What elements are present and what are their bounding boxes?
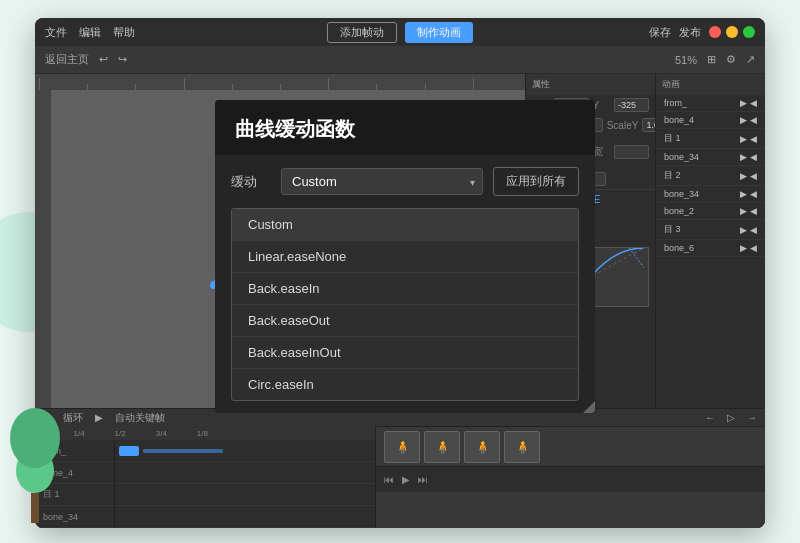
width-label: 宽 [593,145,611,159]
y-label: Y [593,100,611,111]
dropdown-item-circ-easein[interactable]: Circ.easeIn [232,369,578,400]
ruler-marks [39,74,521,90]
undo-icon[interactable]: ↩ [99,53,108,66]
frame-prev-btn[interactable]: ← [705,412,715,423]
play-btn[interactable]: ▶ [95,412,103,423]
menu-help[interactable]: 帮助 [113,25,135,40]
list-item-eye1[interactable]: 目 1 ▶ ◀ [656,129,765,149]
menu-file[interactable]: 文件 [45,25,67,40]
settings-icon[interactable]: ⚙ [726,53,736,66]
easing-select-row: 缓动 Custom Linear.easeNone Back.easeIn Ba… [231,167,579,196]
keyframe[interactable] [119,446,139,456]
ruler-mark [184,78,232,90]
window-controls [709,26,755,38]
dropdown-item-back-easeinout[interactable]: Back.easeInOut [232,337,578,369]
list-item-controls: ▶ ◀ [740,206,757,216]
properties-header: 属性 [526,74,655,95]
window-min-btn[interactable] [726,26,738,38]
title-right: 保存 发布 [649,25,755,40]
track-frame-row [115,462,375,484]
window-max-btn[interactable] [743,26,755,38]
fit-btn[interactable]: ⊞ [707,53,716,66]
timeline-tracks: from_ bone_4 目 1 bone_34 [35,440,375,528]
thumbnail-1[interactable]: 🧍 [384,431,420,463]
redo-icon[interactable]: ↪ [118,53,127,66]
ruler-left [35,90,51,408]
thumbnail-3[interactable]: 🧍 [464,431,500,463]
dropdown-item-custom[interactable]: Custom [232,209,578,241]
edit-animation-btn[interactable]: 制作动画 [405,22,473,43]
frame-next-btn[interactable]: → [747,412,757,423]
track-frames[interactable] [115,440,375,528]
playback-forward-icon[interactable]: ⏭ [418,474,428,485]
list-panel: 动画 from_ ▶ ◀ bone_4 ▶ ◀ 目 1 ▶ ◀ bone_34 … [655,74,765,408]
easing-dialog: 曲线缓动函数 缓动 Custom Linear.easeNone Back.ea… [215,100,595,413]
list-item-label: bone_4 [664,115,694,125]
list-item-eye3[interactable]: 目 3 ▶ ◀ [656,220,765,240]
list-item-from[interactable]: from_ ▶ ◀ [656,95,765,112]
list-item-label: 目 3 [664,223,681,236]
track-frame-row [115,484,375,506]
dropdown-item-back-easeout[interactable]: Back.easeOut [232,305,578,337]
list-item-controls: ▶ ◀ [740,98,757,108]
thumbnail-area: 🧍 🧍 🧍 🧍 ⏮ ▶ ⏭ [375,426,765,528]
easing-dialog-overlay: 曲线缓动函数 缓动 Custom Linear.easeNone Back.ea… [215,100,595,413]
timeline-ruler: 0 1/4 1/2 3/4 1/8 from_ bone_4 目 1 bone_… [35,426,375,528]
list-item-controls: ▶ ◀ [740,171,757,181]
add-animation-btn[interactable]: 添加帧动 [327,22,397,43]
list-item-label: from_ [664,98,687,108]
easing-dialog-header: 曲线缓动函数 [215,100,595,155]
easing-dialog-body: 缓动 Custom Linear.easeNone Back.easeIn Ba… [215,155,595,413]
ruler-mark [473,78,521,90]
ruler-top [35,74,525,90]
apply-all-btn[interactable]: 应用到所有 [493,167,579,196]
toolbar: 返回主页 ↩ ↪ 51% ⊞ ⚙ ↗ [35,46,765,74]
thumb-icon: 🧍 [514,439,531,455]
playback-play-icon[interactable]: ▶ [402,474,410,485]
list-item-eye2[interactable]: 目 2 ▶ ◀ [656,166,765,186]
list-item-controls: ▶ ◀ [740,189,757,199]
publish-btn[interactable]: 发布 [679,25,701,40]
list-item-controls: ▶ ◀ [740,115,757,125]
export-btn[interactable]: ↗ [746,53,755,66]
list-item-bone34b[interactable]: bone_34 ▶ ◀ [656,186,765,203]
auto-keyframe-btn[interactable]: 自动关键帧 [115,411,165,425]
thumbnail-4[interactable]: 🧍 [504,431,540,463]
title-center-buttons: 添加帧动 制作动画 [327,22,473,43]
thumb-icon: 🧍 [434,439,451,455]
back-btn[interactable]: 返回主页 [45,52,89,67]
thumbnail-2[interactable]: 🧍 [424,431,460,463]
easing-select[interactable]: Custom Linear.easeNone Back.easeIn Back.… [281,168,483,195]
easing-label: 缓动 [231,173,271,191]
list-item-bone2[interactable]: bone_2 ▶ ◀ [656,203,765,220]
menu-edit[interactable]: 编辑 [79,25,101,40]
list-item-bone6[interactable]: bone_6 ▶ ◀ [656,240,765,257]
list-item-label: bone_34 [664,189,699,199]
dropdown-item-back-easein[interactable]: Back.easeIn [232,273,578,305]
thumb-icon: 🧍 [394,439,411,455]
timeline-content: 0 1/4 1/2 3/4 1/8 from_ bone_4 目 1 bone_… [35,426,765,528]
list-item-label: bone_6 [664,243,694,253]
list-item-bone4[interactable]: bone_4 ▶ ◀ [656,112,765,129]
list-item-label: 目 2 [664,169,681,182]
save-btn[interactable]: 保存 [649,25,671,40]
list-item-controls: ▶ ◀ [740,225,757,235]
list-item-controls: ▶ ◀ [740,152,757,162]
width-input[interactable] [614,145,649,159]
loop-btn[interactable]: 循环 [63,411,83,425]
zoom-display: 51% [675,54,697,66]
window-close-btn[interactable] [709,26,721,38]
list-panel-header: 动画 [656,74,765,95]
frame-play-btn[interactable]: ▷ [727,412,735,423]
thumbnail-strip: 🧍 🧍 🧍 🧍 [376,426,765,466]
playback-back-icon[interactable]: ⏮ [384,474,394,485]
list-item-controls: ▶ ◀ [740,134,757,144]
dropdown-item-linear[interactable]: Linear.easeNone [232,241,578,273]
resize-handle[interactable] [583,401,595,413]
ruler-mark [39,78,87,90]
thumb-icon: 🧍 [474,439,491,455]
list-item-controls: ▶ ◀ [740,243,757,253]
y-input[interactable] [614,98,649,112]
scaley-input[interactable] [642,118,655,132]
list-item-bone34a[interactable]: bone_34 ▶ ◀ [656,149,765,166]
